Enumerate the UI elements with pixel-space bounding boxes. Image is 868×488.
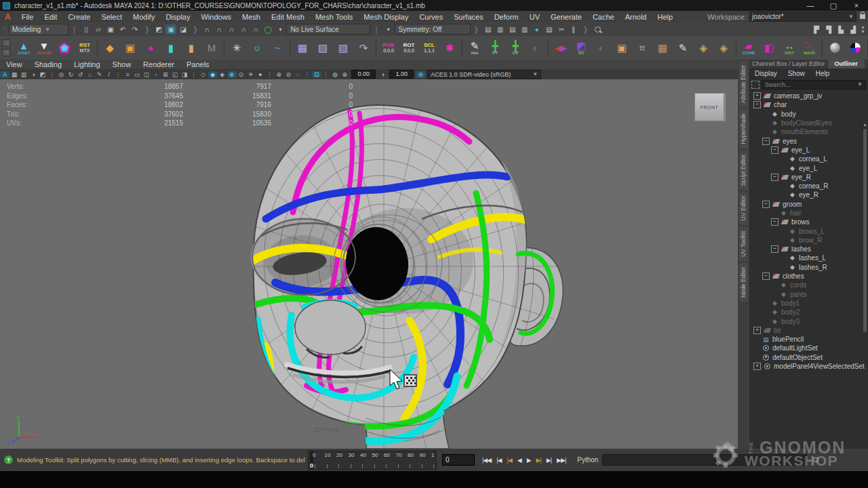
render-settings-icon[interactable]: ▤ [483, 24, 494, 35]
menu-modify[interactable]: Modify [127, 13, 160, 21]
tree-row[interactable]: ◆eye_R [749, 190, 868, 199]
jvset-shelf-icon[interactable]: ▲JVSET [14, 38, 33, 58]
collapse-icon[interactable]: − [771, 218, 778, 226]
make-live-icon[interactable]: ◯ [262, 24, 273, 35]
menu-file[interactable]: File [16, 13, 39, 21]
tree-row[interactable]: ◆bodyClosedEyes [749, 119, 868, 127]
cut-icon[interactable]: ✂ [556, 24, 567, 35]
tree-row[interactable]: ◆body3 [749, 317, 868, 325]
panel-toolbar-icon[interactable]: ◍ [330, 71, 340, 78]
playblast-icon[interactable]: ▤ [507, 24, 518, 35]
go-to-start-button[interactable]: |◀◀ [480, 457, 493, 464]
dist-icon[interactable]: ↔DIST [780, 38, 799, 58]
step-forward-key-button[interactable]: ▶| [534, 457, 543, 464]
tree-row[interactable]: ◆brow_R [749, 236, 868, 245]
tree-row[interactable]: ◆mouthElements [749, 127, 868, 136]
tree-row[interactable]: ◆cornea_L [749, 155, 868, 163]
tree-row[interactable]: −groom [749, 200, 868, 209]
render-current-frame-icon[interactable]: ● [532, 24, 542, 35]
panel-toolbar-icon[interactable]: ◈ [218, 71, 227, 78]
outliner-menu-show[interactable]: Show [783, 70, 810, 77]
panel-toolbar-icon[interactable]: ▫ [151, 71, 161, 78]
pause-icon[interactable]: ∥ [568, 24, 579, 35]
workspace-selector[interactable]: joaovictor*▼ [749, 12, 856, 22]
tree-row[interactable]: defaultLightSet [749, 344, 868, 352]
tree-row[interactable]: +modelPanel4ViewSelectedSet [749, 362, 868, 371]
collapse-icon[interactable]: − [762, 272, 770, 280]
panel-toolbar-icon[interactable]: ◆ [208, 71, 218, 78]
starburst-icon[interactable]: ✱ [440, 38, 459, 58]
tree-row[interactable]: ◆eye_L [749, 163, 868, 172]
panel-toolbar-icon[interactable]: ◱ [170, 71, 180, 78]
go-to-end-button[interactable]: ▶▶| [555, 457, 568, 464]
panel-toolbar-icon[interactable]: A [0, 71, 9, 78]
m-letter-icon[interactable]: M [202, 38, 221, 58]
diamond-dot-2-icon[interactable]: ◈ [714, 38, 733, 58]
tree-row[interactable]: ◆pants [749, 290, 868, 299]
scroll-up-icon[interactable]: ▲ [863, 122, 867, 127]
floor-checker-icon[interactable]: ▼FLOOR [35, 38, 54, 58]
tree-row[interactable]: −eye_L [749, 146, 868, 155]
tree-row[interactable]: ◆body1 [749, 299, 868, 308]
panel-toolbar-icon[interactable]: ▥ [19, 71, 28, 78]
poly-sphere-icon[interactable]: ● [141, 38, 160, 58]
filter-icon[interactable] [751, 81, 760, 89]
tree-row[interactable]: +cameras_grp_jv [749, 92, 868, 100]
panel-toolbar-icon[interactable]: ● [256, 71, 265, 78]
wire-cube-1-icon[interactable]: ▦ [293, 38, 312, 58]
close-button[interactable]: × [845, 1, 868, 10]
layout-three-icon[interactable]: ▙ [835, 24, 846, 35]
expand-icon[interactable]: + [753, 363, 761, 370]
command-line-input[interactable] [602, 454, 807, 466]
collapse-icon[interactable]: − [771, 174, 778, 181]
outliner-search-input[interactable]: Search... ▼ [762, 80, 866, 89]
grip-handle[interactable]: ∷ [3, 26, 6, 33]
comb-icon[interactable]: ▰COMB [739, 38, 758, 58]
tree-row[interactable]: ◆lashes_L [749, 253, 868, 262]
play-forwards-button[interactable]: ▶ [525, 457, 533, 464]
panel-toolbar-icon[interactable]: ☀ [246, 71, 256, 78]
mirror-icon[interactable]: ◀▶ [551, 38, 570, 58]
menu-surfaces[interactable]: Surfaces [448, 13, 488, 21]
time-slider[interactable]: 0 01020304050607080901 [308, 451, 437, 470]
chevron-down-icon[interactable]: ▼ [275, 24, 285, 35]
panel-menu-show[interactable]: Show [106, 60, 138, 68]
play-backwards-button[interactable]: ◀ [515, 457, 524, 464]
tab-hypershade[interactable]: Hypershade [739, 109, 748, 148]
panel-menu-shading[interactable]: Shading [28, 60, 68, 68]
menu-cache[interactable]: Cache [587, 13, 620, 21]
tree-row[interactable]: −eyes [749, 136, 868, 145]
tree-row[interactable]: −clothes [749, 272, 868, 281]
panel-toolbar-icon[interactable]: ↺ [76, 71, 85, 78]
step-back-frame-button[interactable]: |◀ [494, 457, 503, 464]
tab-uv-toolkit[interactable]: UV Toolkit [739, 227, 748, 261]
gamma-field[interactable]: 1.00 [389, 70, 414, 79]
dark-sphere-1-icon[interactable]: ◐ [526, 38, 545, 58]
snap-point-icon[interactable]: ∩ [226, 24, 237, 35]
outliner-menu-display[interactable]: Display [749, 70, 783, 77]
asterisk-tool-icon[interactable]: ✳ [227, 38, 246, 58]
menu-set-selector[interactable]: Modeling▼ [9, 24, 68, 35]
colorspace-selector[interactable]: ACES 1.0 SDR-video (sRGB)▼ [427, 70, 541, 79]
select-hierarchy-icon[interactable]: ◩ [153, 24, 164, 35]
viewport-canvas[interactable]: Verts:1885779170Edges:37645158310Faces:1… [0, 79, 738, 449]
panel-toolbar-icon[interactable]: ◩ [38, 71, 47, 78]
collapse-icon[interactable]: − [762, 201, 770, 208]
tab-outliner[interactable]: Outliner [828, 60, 865, 68]
lock-icon[interactable] [860, 14, 865, 19]
pencil-slash-icon[interactable]: ✎ [673, 38, 692, 58]
panel-toolbar-icon[interactable]: ◨ [180, 71, 189, 78]
wire-cube-3-icon[interactable]: ▨ [334, 38, 353, 58]
shelf-option-button[interactable]: ○ [2, 49, 11, 56]
select-component-icon[interactable]: ◪ [178, 24, 189, 35]
quad-ball-icon[interactable] [846, 38, 865, 58]
panel-toolbar-icon[interactable]: ◫ [142, 71, 151, 78]
cp-axis-icon[interactable]: ╋CP [506, 38, 525, 58]
gamma-icon[interactable]: ◑ [378, 71, 387, 78]
color-managed-icon[interactable]: ⊜ [416, 71, 425, 78]
dark-sphere-2-icon[interactable]: ◐ [592, 38, 611, 58]
tree-row[interactable]: ◆body2 [749, 308, 868, 317]
panel-menu-renderer[interactable]: Renderer [137, 60, 180, 68]
panel-toolbar-icon[interactable]: ✎ [95, 71, 104, 78]
panel-toolbar-icon[interactable]: ⊞ [161, 71, 170, 78]
